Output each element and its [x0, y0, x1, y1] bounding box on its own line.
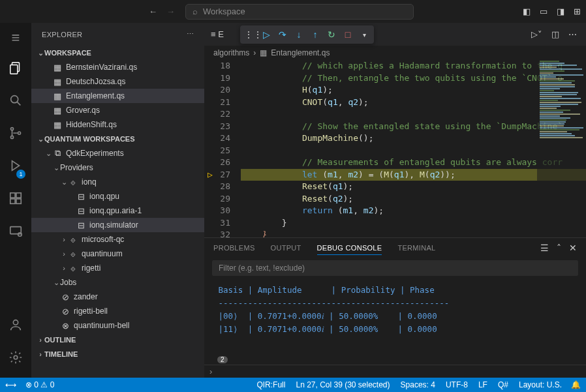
file-DeutschJozsa.qs[interactable]: ▦DeutschJozsa.qs: [31, 74, 204, 89]
svg-point-2: [11, 96, 18, 103]
search-sidebar-icon[interactable]: [8, 93, 23, 112]
status-item[interactable]: QIR:Full: [256, 380, 285, 389]
code-line-29[interactable]: Reset(q2);: [241, 193, 586, 205]
code-line-30[interactable]: return (m1, m2);: [241, 205, 586, 217]
success-icon: ⊘: [60, 307, 70, 316]
open-editors-icon[interactable]: ≡ E: [211, 29, 224, 39]
editor-more-icon[interactable]: ⋯: [568, 29, 577, 39]
code-line-26[interactable]: // Measurements of entangled qubits are …: [241, 157, 586, 169]
status-item[interactable]: UTF-8: [446, 380, 468, 389]
layout-panel-right-icon[interactable]: ◨: [557, 7, 564, 16]
svg-rect-11: [16, 193, 21, 198]
code-line-22[interactable]: [241, 108, 586, 121]
outline-header[interactable]: ›OUTLINE: [31, 333, 204, 347]
code-editor[interactable]: 18192021222324252627▷2829303132 // which…: [204, 60, 586, 237]
code-line-18[interactable]: // which applies a Hadamard transformati…: [241, 60, 586, 72]
console-input-row[interactable]: › 2: [204, 365, 586, 378]
svg-point-4: [10, 128, 13, 130]
console-filter-input[interactable]: Filter (e.g. text, !exclude): [212, 260, 578, 276]
remote-indicator[interactable]: ⟷: [5, 380, 16, 389]
explorer-icon[interactable]: [8, 61, 23, 79]
panel-tab-debug-console[interactable]: DEBUG CONSOLE: [317, 244, 382, 255]
code-line-20[interactable]: H(q1);: [241, 84, 586, 97]
file-HiddenShift.qs[interactable]: ▦HiddenShift.qs: [31, 117, 204, 132]
target-ionq.qpu[interactable]: ⊟ionq.qpu: [31, 189, 204, 204]
status-item[interactable]: Ln 27, Col 39 (30 selected): [296, 380, 390, 389]
minimap[interactable]: [537, 60, 586, 237]
restart-icon[interactable]: ↻: [326, 29, 337, 40]
sidebar-more-icon[interactable]: ⋯: [187, 30, 194, 38]
status-item[interactable]: Spaces: 4: [401, 380, 435, 389]
file-icon: ▦: [52, 106, 63, 115]
job-zander[interactable]: ⊘zander: [31, 290, 204, 304]
code-line-28[interactable]: Reset(q1);: [241, 181, 586, 193]
panel-up-icon[interactable]: ˄: [557, 243, 561, 253]
sidebar-title-row: EXPLORER ⋯: [31, 23, 204, 46]
step-out-icon[interactable]: ↑: [309, 29, 321, 40]
status-item[interactable]: LF: [478, 380, 487, 389]
breadcrumb-folder[interactable]: algorithms: [213, 48, 249, 57]
provider-quantinuum[interactable]: ›⟐quantinuum: [31, 247, 204, 261]
layout-panel-left-icon[interactable]: ◧: [523, 7, 531, 16]
debug-dropdown-icon[interactable]: ▾: [358, 31, 370, 38]
debug-console-output[interactable]: Basis | Amplitude | Probability | Phase …: [204, 281, 586, 365]
provider-icon: ⟐: [68, 177, 78, 187]
continue-icon[interactable]: ▷: [260, 29, 272, 40]
providers-node[interactable]: ⌄Providers: [31, 160, 204, 175]
panel-filter-icon[interactable]: ☰: [540, 243, 549, 253]
code-line-21[interactable]: CNOT(q1, q2);: [241, 97, 586, 109]
notifications-icon[interactable]: 🔔: [571, 380, 581, 389]
file-BernsteinVazirani.qs[interactable]: ▦BernsteinVazirani.qs: [31, 60, 204, 74]
split-editor-icon[interactable]: ◫: [551, 29, 559, 39]
target-icon: ⊟: [76, 206, 86, 216]
provider-microsoft-qc[interactable]: ›⟐microsoft-qc: [31, 232, 204, 247]
file-Grover.qs[interactable]: ▦Grover.qs: [31, 103, 204, 117]
file-icon: ▦: [52, 63, 63, 72]
quantum-root[interactable]: ⌄⧉QdkExperiments: [31, 146, 204, 160]
job-quantinuum-bell[interactable]: ⊗quantinuum-bell: [31, 318, 204, 333]
layout-customize-icon[interactable]: ⊞: [574, 7, 581, 16]
step-over-icon[interactable]: ↷: [277, 29, 288, 40]
panel-tab-output[interactable]: OUTPUT: [271, 244, 301, 252]
remote-explorer-icon[interactable]: [8, 224, 23, 242]
panel-tab-terminal[interactable]: TERMINAL: [397, 244, 435, 252]
breadcrumbs[interactable]: algorithms › ▦ Entanglement.qs: [204, 46, 586, 60]
code-line-19[interactable]: // Then, entangle the two qubits using t…: [241, 72, 586, 85]
drag-handle-icon[interactable]: ⋮⋮: [244, 29, 256, 40]
nav-back-icon[interactable]: ←: [149, 7, 157, 16]
step-into-icon[interactable]: ↓: [293, 29, 305, 40]
code-line-32[interactable]: }: [241, 229, 586, 237]
code-line-31[interactable]: }: [241, 217, 586, 230]
timeline-header[interactable]: ›TIMELINE: [31, 347, 204, 361]
breadcrumb-file[interactable]: Entanglement.qs: [271, 48, 330, 57]
code-line-23[interactable]: // Show the entangled state using the `D…: [241, 121, 586, 133]
run-debug-icon[interactable]: 1: [8, 158, 23, 177]
provider-rigetti[interactable]: ›⟐rigetti: [31, 261, 204, 275]
accounts-icon[interactable]: [8, 318, 23, 336]
workspace-header[interactable]: ⌄WORKSPACE: [31, 46, 204, 60]
status-left[interactable]: ⊗ 0 ⚠ 0: [25, 380, 54, 389]
jobs-node[interactable]: ⌄Jobs: [31, 275, 204, 290]
menu-icon[interactable]: ≡: [12, 29, 20, 46]
panel-close-icon[interactable]: ✕: [569, 243, 577, 253]
panel-tab-problems[interactable]: PROBLEMS: [213, 244, 255, 252]
status-item[interactable]: Q#: [498, 380, 508, 389]
sidebar: EXPLORER ⋯ ⌄WORKSPACE▦BernsteinVazirani.…: [31, 23, 204, 378]
status-item[interactable]: Layout: U.S.: [519, 380, 562, 389]
run-dropdown-icon[interactable]: ▷˅: [531, 29, 542, 39]
code-line-25[interactable]: [241, 145, 586, 157]
file-Entanglement.qs[interactable]: ▦Entanglement.qs: [31, 89, 204, 103]
target-ionq.qpu.aria-1[interactable]: ⊟ionq.qpu.aria-1: [31, 204, 204, 218]
layout-panel-bottom-icon[interactable]: ▭: [540, 7, 547, 16]
quantum-workspaces-header[interactable]: ⌄QUANTUM WORKSPACES: [31, 132, 204, 146]
extensions-icon[interactable]: [8, 191, 23, 209]
source-control-icon[interactable]: [8, 126, 23, 144]
code-line-27[interactable]: let (m1, m2) = (M(q1), M(q2));: [241, 169, 586, 181]
stop-icon[interactable]: □: [342, 29, 354, 40]
command-center-search[interactable]: ⌕ Workspace: [185, 4, 414, 20]
target-ionq.simulator[interactable]: ⊟ionq.simulator: [31, 218, 204, 232]
settings-gear-icon[interactable]: [8, 350, 23, 369]
code-line-24[interactable]: DumpMachine();: [241, 132, 586, 145]
job-rigetti-bell[interactable]: ⊘rigetti-bell: [31, 304, 204, 318]
provider-ionq[interactable]: ⌄⟐ionq: [31, 175, 204, 189]
